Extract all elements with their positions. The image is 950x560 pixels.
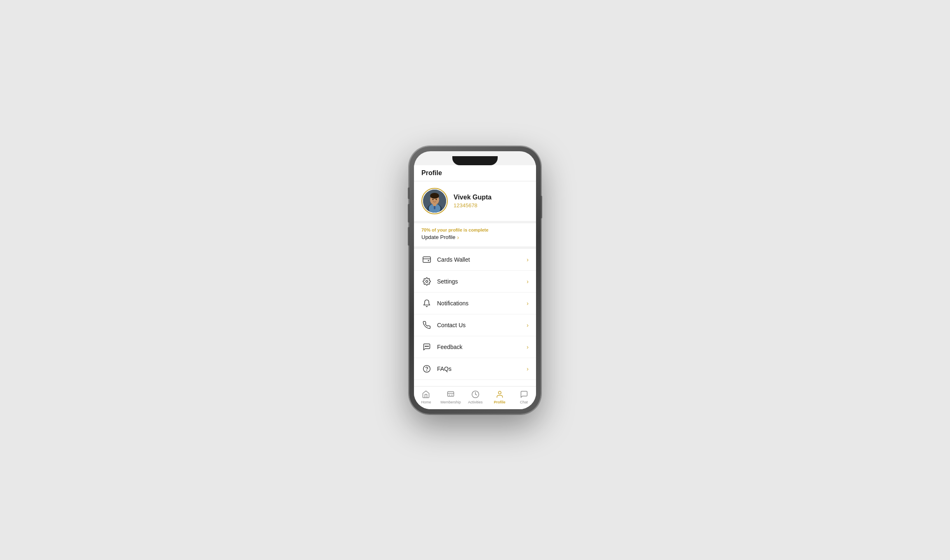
- nav-item-home[interactable]: Home: [416, 390, 436, 404]
- svg-point-14: [428, 346, 429, 347]
- menu-item-faqs[interactable]: FAQs ›: [414, 358, 536, 380]
- profile-section: Vivek Gupta 12345678: [414, 181, 536, 221]
- svg-point-15: [423, 365, 430, 372]
- update-profile-chevron: ›: [457, 234, 459, 241]
- update-profile-button[interactable]: Update Profile ›: [421, 234, 529, 241]
- phone-screen: Profile: [414, 151, 536, 409]
- activities-nav-label: Activities: [468, 400, 483, 404]
- volume-up-button: [408, 204, 409, 223]
- membership-nav-label: Membership: [440, 400, 461, 404]
- membership-nav-icon: [446, 390, 455, 399]
- profile-id: 12345678: [454, 202, 491, 209]
- svg-point-8: [436, 199, 437, 200]
- wallet-icon: [421, 254, 432, 265]
- contact-us-label: Contact Us: [437, 322, 527, 328]
- profile-nav-label: Profile: [494, 400, 506, 404]
- menu-item-about-us[interactable]: About Us ›: [414, 380, 536, 386]
- feedback-label: Feedback: [437, 344, 527, 350]
- menu-item-feedback[interactable]: Feedback ›: [414, 336, 536, 358]
- contact-us-chevron: ›: [527, 322, 529, 328]
- avatar-wrapper: [421, 188, 448, 214]
- svg-point-11: [426, 280, 428, 282]
- notifications-label: Notifications: [437, 300, 527, 307]
- svg-point-13: [426, 346, 427, 347]
- home-nav-icon: [421, 390, 430, 399]
- profile-completion-section: 70% of your profile is complete Update P…: [414, 223, 536, 246]
- feedback-chevron: ›: [527, 344, 529, 350]
- feedback-icon: [421, 342, 432, 352]
- home-nav-label: Home: [421, 400, 431, 404]
- mute-button: [408, 187, 409, 199]
- screen-content: Profile: [414, 165, 536, 409]
- nav-item-profile[interactable]: Profile: [490, 390, 510, 404]
- update-profile-label: Update Profile: [421, 234, 455, 240]
- svg-rect-9: [423, 257, 430, 262]
- nav-item-membership[interactable]: Membership: [440, 390, 461, 404]
- menu-item-contact-us[interactable]: Contact Us ›: [414, 314, 536, 336]
- avatar-image: [423, 190, 446, 213]
- settings-chevron: ›: [527, 278, 529, 285]
- chat-nav-icon: [520, 390, 529, 399]
- notch: [452, 156, 498, 165]
- notifications-chevron: ›: [527, 300, 529, 307]
- faqs-chevron: ›: [527, 366, 529, 372]
- profile-nav-icon: [495, 390, 504, 399]
- bottom-nav: Home Membership: [414, 386, 536, 409]
- settings-icon: [421, 276, 432, 287]
- phone-frame: Profile: [409, 146, 541, 414]
- svg-point-12: [425, 346, 426, 347]
- menu-section: Cards Wallet › Settings ›: [414, 249, 536, 386]
- nav-item-activities[interactable]: Activities: [466, 390, 485, 404]
- page-title: Profile: [421, 169, 442, 176]
- completion-text: 70% of your profile is complete: [421, 227, 529, 232]
- volume-down-button: [408, 227, 409, 246]
- phone-icon: [421, 320, 432, 330]
- cards-wallet-chevron: ›: [527, 256, 529, 263]
- chat-nav-label: Chat: [520, 400, 528, 404]
- menu-item-cards-wallet[interactable]: Cards Wallet ›: [414, 249, 536, 271]
- profile-name: Vivek Gupta: [454, 194, 491, 201]
- svg-point-6: [430, 193, 439, 199]
- svg-point-26: [498, 391, 501, 394]
- avatar: [423, 190, 446, 213]
- activities-nav-icon: [471, 390, 480, 399]
- nav-item-chat[interactable]: Chat: [514, 390, 534, 404]
- menu-item-notifications[interactable]: Notifications ›: [414, 293, 536, 314]
- settings-label: Settings: [437, 278, 527, 285]
- scroll-area: Vivek Gupta 12345678 70% of your profile…: [414, 181, 536, 386]
- question-icon: [421, 363, 432, 374]
- menu-item-settings[interactable]: Settings ›: [414, 271, 536, 293]
- svg-rect-21: [448, 391, 454, 396]
- svg-point-7: [433, 199, 434, 200]
- faqs-label: FAQs: [437, 366, 527, 372]
- power-button: [541, 196, 542, 218]
- phone-body: Profile: [409, 146, 541, 414]
- bell-icon: [421, 298, 432, 309]
- header: Profile: [414, 165, 536, 181]
- profile-info: Vivek Gupta 12345678: [454, 194, 491, 209]
- svg-point-10: [428, 260, 429, 261]
- cards-wallet-label: Cards Wallet: [437, 256, 527, 263]
